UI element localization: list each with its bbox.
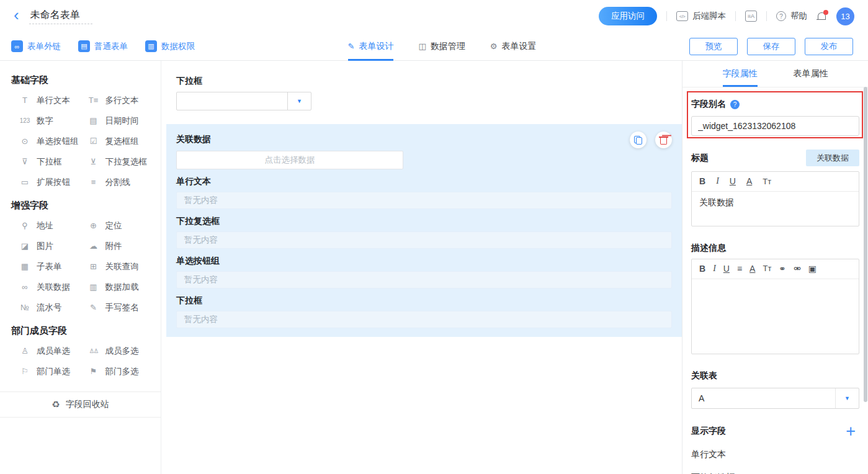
- font-size-icon[interactable]: Tт: [763, 264, 771, 274]
- single-line-text-icon: T: [19, 96, 31, 105]
- insert-image-icon[interactable]: ▣: [808, 264, 817, 274]
- data-permission-button[interactable]: ▥ 数据权限: [145, 40, 195, 52]
- underline-icon[interactable]: U: [723, 264, 730, 274]
- recycle-label: 字段回收站: [66, 399, 109, 410]
- field-item-image[interactable]: ◪图片: [19, 239, 87, 253]
- field-item-signature[interactable]: ✎手写签名: [87, 301, 156, 314]
- table-icon: ▦: [19, 262, 31, 271]
- add-display-field-button[interactable]: +: [846, 425, 856, 437]
- tab-form-design[interactable]: ✎ 表单设计: [348, 32, 394, 61]
- description-editor[interactable]: B I U ≡ A Tт ⚭ ⚮ ▣: [691, 259, 859, 354]
- api-docs-icon[interactable]: ≡A: [745, 11, 757, 22]
- underline-icon[interactable]: U: [730, 176, 736, 187]
- checkbox-icon: ☑: [87, 136, 100, 146]
- field-item-member-single[interactable]: ♙成员单选: [19, 344, 87, 357]
- italic-icon[interactable]: I: [716, 176, 719, 187]
- font-size-icon[interactable]: Tт: [763, 177, 771, 187]
- field-item-select[interactable]: ⊽下拉框: [19, 155, 87, 168]
- save-button[interactable]: 保存: [747, 38, 795, 55]
- field-item-radio-group[interactable]: ⊙单选按钮组: [19, 135, 87, 148]
- publish-button[interactable]: 发布: [805, 38, 853, 55]
- form-title-wrap[interactable]: 未命名表单: [29, 9, 92, 24]
- font-color-icon[interactable]: A: [746, 176, 752, 187]
- form-external-link-button[interactable]: ∞ 表单外链: [11, 40, 61, 52]
- field-item-multi-select[interactable]: ⊻下拉复选框: [87, 155, 156, 168]
- font-color-icon[interactable]: A: [749, 264, 755, 274]
- alias-help-icon[interactable]: ?: [730, 100, 740, 109]
- multi-select-icon: ⊻: [87, 157, 100, 166]
- form-design-canvas: 下拉框 ▼ 关联数据 点击选择数据 单行文本 暂无内容 下拉复选框 暂无内容: [161, 61, 682, 474]
- description-editor-content[interactable]: [692, 279, 859, 354]
- field-alias-input[interactable]: [691, 116, 859, 136]
- field-item-dept-multi[interactable]: ⚑部门多选: [87, 365, 156, 378]
- app-access-button[interactable]: 应用访问: [599, 7, 657, 25]
- tab-form-properties[interactable]: 表单属性: [794, 61, 828, 87]
- field-item-attachment[interactable]: ☁附件: [87, 239, 156, 253]
- preview-button[interactable]: 预览: [689, 38, 738, 55]
- copy-icon: [634, 136, 642, 145]
- data-manage-icon: ◫: [418, 42, 426, 51]
- widget-dropdown[interactable]: 下拉框 ▼: [166, 71, 682, 110]
- field-item-linked-query[interactable]: ⊞关联查询: [87, 260, 156, 273]
- field-item-checkbox-group[interactable]: ☑复选框组: [87, 135, 156, 148]
- sub-field-label: 下拉复选框: [176, 216, 672, 227]
- sub-field-select: 下拉框 暂无内容: [176, 295, 672, 328]
- display-field-item[interactable]: 下拉复选框: [691, 472, 859, 474]
- field-item-member-multi[interactable]: ♙♙成员多选: [87, 344, 156, 357]
- align-icon[interactable]: ≡: [737, 264, 742, 274]
- dropdown-input[interactable]: ▼: [176, 92, 311, 110]
- field-item-location[interactable]: ⊕定位: [87, 219, 156, 232]
- field-item-single-line-text[interactable]: T单行文本: [19, 94, 87, 107]
- notification-bell-icon[interactable]: [817, 11, 827, 22]
- field-item-data-load[interactable]: ▥数据加载: [87, 280, 156, 293]
- bold-icon[interactable]: B: [699, 176, 705, 187]
- field-item-divider[interactable]: ≡分割线: [87, 176, 156, 189]
- field-item-address[interactable]: ⚲地址: [19, 219, 87, 232]
- field-item-multi-line-text[interactable]: T≡多行文本: [87, 94, 156, 107]
- unlink-icon[interactable]: ⚮: [794, 264, 801, 274]
- widget-linked-data-selected[interactable]: 关联数据 点击选择数据 单行文本 暂无内容 下拉复选框 暂无内容 单选按钮组 暂…: [166, 124, 682, 337]
- display-field-item[interactable]: 单行文本: [691, 449, 859, 460]
- field-item-serial-number[interactable]: №流水号: [19, 301, 87, 314]
- field-item-linked-data[interactable]: ∞关联数据: [19, 280, 87, 293]
- serial-icon: №: [19, 303, 31, 312]
- chart-icon: ▥: [87, 282, 100, 292]
- tab-field-properties[interactable]: 字段属性: [723, 61, 758, 87]
- tab-data-manage[interactable]: ◫ 数据管理: [418, 32, 465, 61]
- divider: [766, 11, 767, 21]
- tab-form-settings[interactable]: ⚙ 表单设置: [490, 32, 537, 61]
- italic-icon[interactable]: I: [713, 264, 716, 274]
- field-recycle-bin[interactable]: ♻ 字段回收站: [0, 391, 161, 418]
- copy-widget-button[interactable]: [630, 132, 647, 148]
- pen-icon: ✎: [87, 303, 100, 312]
- person-icon: ♙: [19, 346, 31, 356]
- image-icon: ◪: [19, 241, 31, 251]
- field-item-extend-button[interactable]: ▭扩展按钮: [19, 176, 87, 189]
- normal-form-button[interactable]: ▤ 普通表单: [78, 40, 128, 52]
- field-item-datetime[interactable]: ▤日期时间: [87, 114, 156, 127]
- sub-field-label: 单行文本: [176, 176, 672, 187]
- delete-widget-button[interactable]: [655, 132, 672, 148]
- select-icon: ⊽: [19, 157, 31, 166]
- bold-icon[interactable]: B: [699, 264, 705, 274]
- link-icon[interactable]: ⚭: [779, 264, 786, 274]
- title-editor[interactable]: B I U A Tт 关联数据: [691, 171, 859, 226]
- related-table-select[interactable]: A ▼: [691, 388, 859, 409]
- radio-icon: ⊙: [19, 136, 31, 146]
- section-basic-fields: 基础字段: [11, 74, 161, 86]
- help-icon: ?: [776, 11, 786, 21]
- title-editor-content[interactable]: 关联数据: [692, 192, 859, 226]
- avatar[interactable]: 13: [836, 7, 854, 25]
- sub-field-placeholder-input: 暂无内容: [176, 192, 672, 209]
- field-item-number[interactable]: 123数字: [19, 114, 87, 127]
- tab-form-settings-label: 表单设置: [501, 41, 536, 52]
- field-item-dept-single[interactable]: ⚐部门单选: [19, 365, 87, 378]
- backend-script-button[interactable]: </> 后端脚本: [676, 11, 726, 22]
- field-item-subform[interactable]: ▦子表单: [19, 260, 87, 273]
- help-label: 帮助: [790, 11, 807, 22]
- panel-scrollbar[interactable]: [864, 87, 867, 402]
- data-picker-input[interactable]: 点击选择数据: [176, 151, 403, 169]
- help-button[interactable]: ? 帮助: [776, 11, 807, 22]
- field-alias-label: 字段别名: [691, 99, 726, 110]
- back-icon[interactable]: ‹: [14, 7, 19, 23]
